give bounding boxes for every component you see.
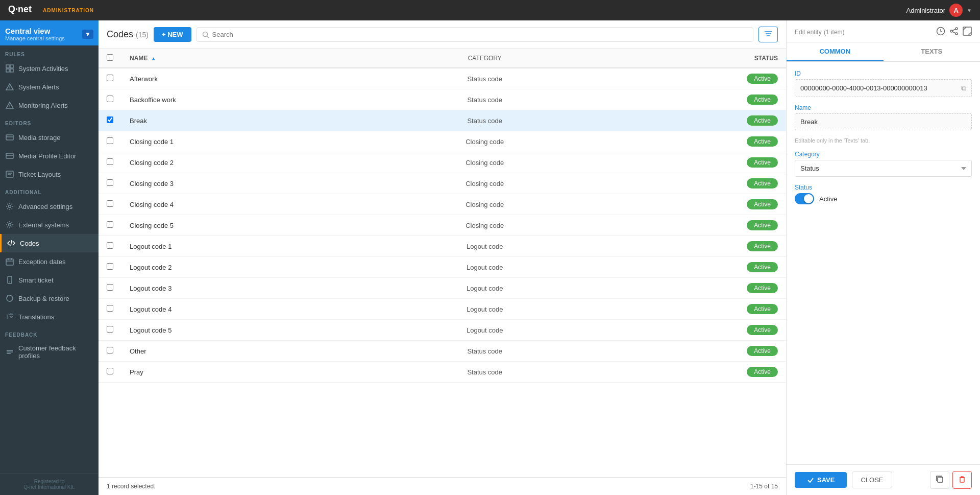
row-checkbox[interactable] <box>107 221 113 228</box>
sidebar-item-exception-dates[interactable]: Exception dates <box>0 252 99 271</box>
svg-point-16 <box>9 205 11 208</box>
table-row[interactable]: Closing code 5 Closing code Active <box>99 215 786 236</box>
copy-id-button[interactable]: ⧉ <box>961 84 966 92</box>
row-category: Status code <box>375 89 595 110</box>
select-all-checkbox[interactable] <box>107 54 113 61</box>
duplicate-button[interactable] <box>930 471 949 489</box>
right-panel: Edit entity (1 item) COMMON TEXTS ID 000… <box>786 20 980 495</box>
table-row[interactable]: Other Status code Active <box>99 341 786 362</box>
row-name: Other <box>121 341 375 362</box>
row-checkbox[interactable] <box>107 179 113 186</box>
table-row[interactable]: Pray Status code Active <box>99 362 786 383</box>
row-checkbox-cell <box>99 215 121 236</box>
user-menu[interactable]: Administrator A ▼ <box>906 4 972 17</box>
svg-point-39 <box>955 33 958 35</box>
row-checkbox[interactable] <box>107 200 113 207</box>
row-checkbox[interactable] <box>107 96 113 102</box>
row-checkbox[interactable] <box>107 284 113 291</box>
category-select[interactable]: Status Closing code Logout code <box>795 160 972 177</box>
svg-point-37 <box>955 28 958 30</box>
sidebar-item-label: Media storage <box>18 134 60 142</box>
sidebar-item-system-activities[interactable]: System Activities <box>0 59 99 78</box>
sidebar-toggle-icon[interactable]: ▼ <box>82 30 93 39</box>
edit-entity-title: Edit entity (1 item) <box>795 27 845 36</box>
footer-registered: Registered to <box>5 479 93 484</box>
panel-tabs: COMMON TEXTS <box>787 42 980 62</box>
ticket-layouts-icon <box>5 170 14 179</box>
name-field-group: Name Break Editable only in the 'Texts' … <box>795 104 972 144</box>
status-toggle-wrapper: Active <box>795 193 972 204</box>
row-checkbox[interactable] <box>107 326 113 333</box>
filter-button[interactable] <box>758 27 778 42</box>
row-checkbox[interactable] <box>107 263 113 270</box>
table-row[interactable]: Closing code 4 Closing code Active <box>99 194 786 215</box>
duplicate-icon <box>936 475 944 483</box>
status-badge: Active <box>747 325 778 335</box>
row-status: Active <box>595 194 786 215</box>
section-label-editors: EDITORS <box>0 114 99 128</box>
table-row[interactable]: Break Status code Active <box>99 110 786 131</box>
section-label-feedback: FEEDBACK <box>0 326 99 340</box>
row-checkbox[interactable] <box>107 368 113 374</box>
row-checkbox[interactable] <box>107 242 113 249</box>
tab-common[interactable]: COMMON <box>787 42 884 61</box>
search-box <box>197 27 753 42</box>
expand-icon[interactable] <box>963 27 972 36</box>
feedback-icon <box>5 347 14 357</box>
svg-point-31 <box>203 32 207 36</box>
table-row[interactable]: Logout code 1 Logout code Active <box>99 236 786 257</box>
delete-button[interactable] <box>952 471 972 489</box>
sidebar-item-media-storage[interactable]: Media storage <box>0 128 99 147</box>
table-row[interactable]: Logout code 4 Logout code Active <box>99 299 786 320</box>
sidebar-item-monitoring-alerts[interactable]: ! Monitoring Alerts <box>0 96 99 114</box>
table-row[interactable]: Logout code 3 Logout code Active <box>99 278 786 299</box>
row-status: Active <box>595 257 786 278</box>
sidebar-item-label: System Alerts <box>18 83 59 91</box>
section-label-rules: RULES <box>0 45 99 59</box>
name-note: Editable only in the 'Texts' tab. <box>795 137 972 144</box>
sidebar-item-external-systems[interactable]: External systems <box>0 216 99 234</box>
row-checkbox[interactable] <box>107 116 113 123</box>
save-button[interactable]: SAVE <box>795 472 847 488</box>
status-toggle[interactable] <box>795 193 814 204</box>
table-row[interactable]: Closing code 2 Closing code Active <box>99 152 786 173</box>
sidebar-item-label: Media Profile Editor <box>18 152 76 160</box>
row-status: Active <box>595 320 786 341</box>
sidebar-item-advanced-settings[interactable]: Advanced settings <box>0 197 99 216</box>
sidebar-item-codes[interactable]: Codes <box>0 234 99 252</box>
status-badge: Active <box>747 241 778 251</box>
check-icon <box>807 477 814 484</box>
new-button[interactable]: + NEW <box>154 27 191 42</box>
search-input[interactable] <box>212 31 748 38</box>
row-checkbox[interactable] <box>107 158 113 165</box>
table-row[interactable]: Afterwork Status code Active <box>99 68 786 89</box>
row-checkbox[interactable] <box>107 305 113 312</box>
row-checkbox[interactable] <box>107 137 113 144</box>
table-row[interactable]: Logout code 5 Logout code Active <box>99 320 786 341</box>
share-icon[interactable] <box>949 27 959 36</box>
tab-texts[interactable]: TEXTS <box>884 42 981 61</box>
row-status: Active <box>595 152 786 173</box>
sidebar-item-translations[interactable]: T Translations <box>0 308 99 326</box>
panel-footer: SAVE CLOSE <box>787 464 980 495</box>
table-row[interactable]: Logout code 2 Logout code Active <box>99 257 786 278</box>
sidebar-item-system-alerts[interactable]: ! System Alerts <box>0 78 99 96</box>
sidebar-item-backup-restore[interactable]: Backup & restore <box>0 289 99 308</box>
sidebar-item-ticket-layouts[interactable]: Ticket Layouts <box>0 165 99 183</box>
row-checkbox-cell <box>99 278 121 299</box>
close-button[interactable]: CLOSE <box>852 472 892 488</box>
sidebar-item-customer-feedback[interactable]: Customer feedback profiles <box>0 340 99 364</box>
sidebar-item-label: Translations <box>18 313 54 321</box>
table-row[interactable]: Closing code 3 Closing code Active <box>99 173 786 194</box>
sidebar-header[interactable]: Central view Manage central settings ▼ <box>0 20 99 45</box>
table-row[interactable]: Backoffice work Status code Active <box>99 89 786 110</box>
sidebar-item-media-profile-editor[interactable]: Media Profile Editor <box>0 147 99 165</box>
table-row[interactable]: Closing code 1 Closing code Active <box>99 131 786 152</box>
svg-text:Q·net: Q·net <box>8 4 32 14</box>
logo-subtitle: ADMINISTRATION <box>43 8 94 13</box>
row-checkbox[interactable] <box>107 347 113 353</box>
sidebar-title: Central view <box>5 27 65 35</box>
history-icon[interactable] <box>936 27 945 36</box>
sidebar-item-smart-ticket[interactable]: Smart ticket <box>0 271 99 289</box>
row-checkbox[interactable] <box>107 75 113 81</box>
